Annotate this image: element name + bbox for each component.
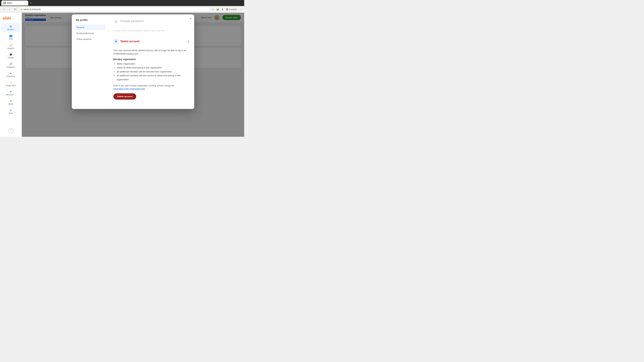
menu-button[interactable]: ⋮ xyxy=(239,7,242,11)
microsoft-icon: ● xyxy=(10,90,12,93)
sidebar-item-integrations[interactable]: 🔗 Integrations xyxy=(1,61,20,70)
modal-sidebar: My profile General Email preferences Act… xyxy=(72,14,109,109)
sidebar-item-zoom[interactable]: ● Zoom xyxy=(1,107,20,116)
sidebar-item-label: Microsoft T... xyxy=(6,94,16,96)
forward-button[interactable]: → xyxy=(8,7,12,11)
sidebar-item-microsoft[interactable]: ● Microsoft T... xyxy=(1,88,20,97)
browser-toolbar: ← → ↻ 🔒 admin.sli.do/events ☆ 🧩 ⬇ 🕵 Inco… xyxy=(0,6,244,13)
lock-icon: 🔒 xyxy=(20,8,22,10)
delete-content: Your user account will be deleted and yo… xyxy=(113,46,190,102)
new-tab-button[interactable]: + xyxy=(29,1,33,5)
sidebar-item-tutorials[interactable]: 🎓 Tutorials xyxy=(1,51,20,60)
sidebar-item-label: Zoom xyxy=(9,112,13,114)
modal-nav-sessions[interactable]: Active sessions xyxy=(74,36,106,42)
analytics-icon: 📈 xyxy=(9,43,12,47)
sidebar-logo: slido xyxy=(0,15,22,23)
modal-overlay[interactable]: My profile General Email preferences Act… xyxy=(22,13,244,137)
app-layout: slido ⊞ My slidos 👥 Team ⋮ 📈 Analytics 🎓… xyxy=(0,13,244,137)
tab-bar: S Slidos × + xyxy=(0,0,244,6)
team-icon: 👥 xyxy=(9,34,12,37)
delete-bullet-item: delete organization xyxy=(117,62,190,66)
delete-bullet-item: all additional members will be removed f… xyxy=(117,70,190,73)
integrations-icon: 🔗 xyxy=(9,62,12,65)
sidebar-item-analytics[interactable]: 📈 Analytics xyxy=(1,42,20,51)
org-delete-section: Moodjoy organization delete organization… xyxy=(113,58,190,81)
change-password-title: Change password xyxy=(120,19,144,23)
sidebar: slido ⊞ My slidos 👥 Team ⋮ 📈 Analytics 🎓… xyxy=(0,13,22,137)
sidebar-item-label: My slidos xyxy=(8,29,14,30)
sidebar-item-googleslides[interactable]: ● Google Slides xyxy=(1,79,20,88)
profile-modal: My profile General Email preferences Act… xyxy=(72,14,194,109)
password-icon: 🔒 xyxy=(113,18,119,24)
help-button[interactable]: ? xyxy=(8,128,14,133)
sidebar-item-powerpoint[interactable]: ● PowerPoint xyxy=(1,70,20,79)
active-tab[interactable]: S Slidos × xyxy=(1,0,28,5)
org-name-bold: Moodjoy organization xyxy=(113,58,190,60)
logo-text: slido xyxy=(2,16,11,20)
chevron-up-icon[interactable]: ∧ xyxy=(188,40,190,43)
delete-bullet-item: delete all slidos that belong to this or… xyxy=(117,66,190,69)
tab-title: Slidos xyxy=(7,2,12,4)
delete-bullet-item: all additional members will lose access … xyxy=(117,73,190,81)
note-prefix: Note: If you wish to keep organization e… xyxy=(113,84,174,87)
toolbar-right: ☆ 🧩 ⬇ 🕵 Incognito ⋮ xyxy=(211,7,242,11)
main-content: Moodjoy organization Owner UPGRADE New i… xyxy=(22,13,244,137)
delete-section-left: 🗑 Delete account xyxy=(113,39,140,44)
incognito-label: Incognito xyxy=(229,8,237,10)
sidebar-item-label: Analytics xyxy=(8,47,14,49)
delete-account-title: Delete account xyxy=(120,40,140,43)
incognito-button[interactable]: 🕵 Incognito xyxy=(225,8,238,11)
back-button[interactable]: ← xyxy=(2,7,6,11)
googleslides-icon: ● xyxy=(10,81,12,84)
sidebar-item-label: Tutorials xyxy=(8,57,14,59)
refresh-button[interactable]: ↻ xyxy=(13,7,17,11)
modal-title: My profile xyxy=(74,18,106,21)
address-bar[interactable]: 🔒 admin.sli.do/events xyxy=(18,7,210,12)
sidebar-item-label: Integrations xyxy=(6,66,15,68)
modal-close-button[interactable]: × xyxy=(190,17,192,20)
tutorials-icon: 🎓 xyxy=(9,53,12,56)
download-button[interactable]: ⬇ xyxy=(221,7,224,11)
incognito-icon: 🕵 xyxy=(226,8,228,10)
sidebar-item-label: Team xyxy=(9,38,13,40)
delete-section-header: 🗑 Delete account ∧ xyxy=(113,39,190,46)
extensions-button[interactable]: 🧩 xyxy=(216,7,220,11)
sidebar-item-label: PowerPoint xyxy=(6,75,15,77)
webex-icon: ● xyxy=(10,99,12,102)
zoom-icon: ● xyxy=(10,109,12,112)
sidebar-bottom: ? xyxy=(0,126,22,135)
note-text: Note: If you wish to keep organization e… xyxy=(113,84,190,90)
sidebar-item-label: Webex xyxy=(8,103,14,105)
change-password-desc: Change your current password and set up … xyxy=(113,29,190,35)
myslidos-icon: ⊞ xyxy=(10,25,12,28)
sidebar-item-label: Google Slides xyxy=(6,85,16,86)
sidebar-item-webex[interactable]: ● Webex xyxy=(1,98,20,107)
sidebar-item-myslidos[interactable]: ⊞ My slidos xyxy=(1,23,20,32)
delete-warning-text: Your user account will be deleted and yo… xyxy=(113,49,190,55)
tab-favicon: S xyxy=(3,2,6,4)
modal-nav-email[interactable]: Email preferences xyxy=(74,30,106,36)
url-text: admin.sli.do/events xyxy=(24,8,41,10)
delete-bullets-list: delete organization delete all slidos th… xyxy=(113,62,190,81)
sidebar-item-team[interactable]: 👥 Team ⋮ xyxy=(1,32,20,41)
ownership-link[interactable]: ownership of the organization first. xyxy=(113,88,145,90)
delete-icon: 🗑 xyxy=(113,39,119,44)
team-menu-icon[interactable]: ⋮ xyxy=(18,36,20,38)
delete-account-section: 🗑 Delete account ∧ Your user account wil… xyxy=(113,39,190,102)
modal-nav-general[interactable]: General xyxy=(74,25,106,30)
bookmark-button[interactable]: ☆ xyxy=(211,7,215,11)
delete-account-button[interactable]: Delete account xyxy=(113,93,136,99)
tab-close-button[interactable]: × xyxy=(25,2,26,4)
modal-body: × 🔒 Change password Change your current … xyxy=(109,14,194,109)
powerpoint-icon: ● xyxy=(10,72,12,75)
change-password-header: 🔒 Change password xyxy=(113,18,190,27)
